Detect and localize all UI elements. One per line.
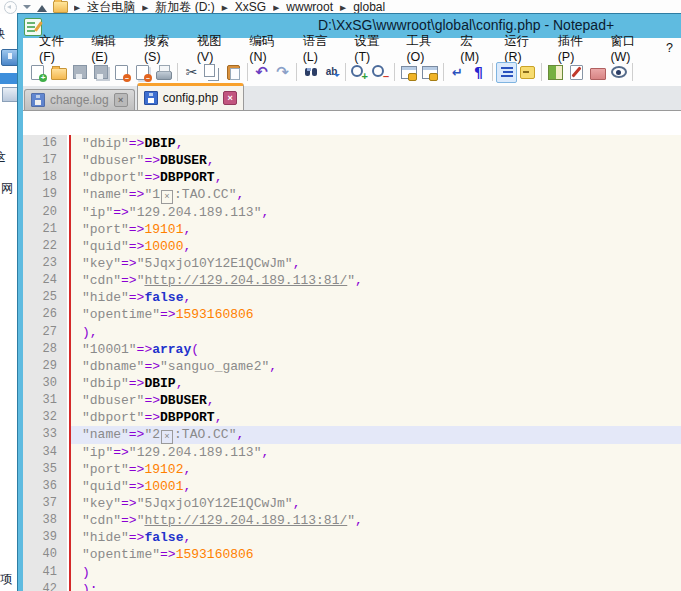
code-line[interactable]: 16"dbip"=>DBIP, bbox=[23, 135, 681, 152]
code-editor[interactable]: 16"dbip"=>DBIP,17"dbuser"=>DBUSER,18"dbp… bbox=[23, 135, 681, 591]
zoom-out-icon[interactable] bbox=[370, 62, 391, 83]
menu-bar: 文件(F)编辑(E)搜索(S)视图(V)编码(N)语言(L)设置(T)工具(O)… bbox=[23, 38, 681, 58]
sync-vertical-icon[interactable] bbox=[398, 62, 419, 83]
run-macro-icon[interactable] bbox=[566, 62, 587, 83]
menu-item[interactable]: 宏(M) bbox=[452, 31, 494, 66]
menu-item[interactable]: 编码(N) bbox=[241, 31, 292, 66]
this-pc-fragment[interactable]: 这 bbox=[0, 149, 9, 164]
sync-horizontal-icon[interactable] bbox=[419, 62, 440, 83]
code-token: "dbip" bbox=[82, 376, 129, 391]
new-file-icon[interactable] bbox=[27, 62, 48, 83]
menu-item[interactable]: 运行(R) bbox=[496, 31, 547, 66]
up-icon[interactable] bbox=[37, 0, 47, 12]
menu-item[interactable]: ? bbox=[658, 39, 681, 57]
redo-icon[interactable] bbox=[272, 62, 293, 83]
code-token: :TAO.CC" bbox=[174, 187, 236, 202]
code-line[interactable]: 32"dbport"=>DBPPORT, bbox=[23, 409, 681, 426]
code-line[interactable]: 33"name"=>"2×:TAO.CC", bbox=[23, 426, 681, 443]
toolbar-separator bbox=[296, 63, 297, 81]
code-line[interactable]: 18"dbport"=>DBPPORT, bbox=[23, 169, 681, 186]
back-icon[interactable] bbox=[4, 1, 17, 14]
function-hint-icon[interactable] bbox=[517, 62, 538, 83]
code-line[interactable]: 35"port"=>19102, bbox=[23, 461, 681, 478]
menu-item[interactable]: 文件(F) bbox=[31, 31, 81, 66]
code-line[interactable]: 20"ip"=>"129.204.189.113", bbox=[23, 204, 681, 221]
code-text: "ip"=>"129.204.189.113", bbox=[71, 444, 681, 461]
zoom-in-icon[interactable] bbox=[349, 62, 370, 83]
breadcrumb-item[interactable]: global bbox=[353, 0, 385, 14]
menu-item[interactable]: 设置(T) bbox=[346, 31, 396, 66]
toolbar-separator bbox=[443, 63, 444, 81]
code-line[interactable]: 28"10001"=>array( bbox=[23, 341, 681, 358]
close-icon[interactable] bbox=[111, 62, 132, 83]
code-line[interactable]: 41) bbox=[23, 564, 681, 581]
print-icon[interactable] bbox=[153, 62, 174, 83]
code-line[interactable]: 31"dbuser"=>DBUSER, bbox=[23, 392, 681, 409]
code-line[interactable]: 26"opentime"=>1593160806 bbox=[23, 306, 681, 323]
code-line[interactable]: 40"opentime"=>1593160806 bbox=[23, 546, 681, 563]
code-line[interactable]: 37"key"=>"5Jqxjo10Y12E1QCwJm", bbox=[23, 495, 681, 512]
code-line[interactable]: 22"quid"=>10000, bbox=[23, 238, 681, 255]
code-line[interactable]: 24"cdn"=>"http://129.204.189.113:81/", bbox=[23, 272, 681, 289]
network-fragment[interactable]: 网 bbox=[1, 180, 15, 195]
open-file-icon[interactable] bbox=[48, 62, 69, 83]
copy-icon[interactable] bbox=[202, 62, 223, 83]
document-map-icon[interactable] bbox=[545, 62, 566, 83]
code-text: "key"=>"5Jqxjo10Y12E1QCwJm", bbox=[71, 495, 681, 512]
code-token: "dbport" bbox=[82, 170, 144, 185]
code-line[interactable]: 21"port"=>19101, bbox=[23, 221, 681, 238]
code-line[interactable]: 34"ip"=>"129.204.189.113", bbox=[23, 444, 681, 461]
grid-icon[interactable] bbox=[2, 87, 19, 102]
close-icon[interactable]: × bbox=[114, 93, 128, 107]
chevron-down-icon[interactable] bbox=[23, 5, 31, 13]
close-all-icon[interactable] bbox=[132, 62, 153, 83]
cut-icon[interactable] bbox=[181, 62, 202, 83]
undo-icon[interactable] bbox=[251, 62, 272, 83]
breadcrumb-separator-icon: ▶ bbox=[340, 3, 346, 11]
code-token: "hide" bbox=[82, 530, 129, 545]
code-line[interactable]: 25"hide"=>false, bbox=[23, 289, 681, 306]
menu-item[interactable]: 编辑(E) bbox=[83, 31, 134, 66]
code-text: ) bbox=[71, 564, 681, 581]
menu-item[interactable]: 窗口(W) bbox=[602, 31, 656, 66]
code-line[interactable]: 27), bbox=[23, 324, 681, 341]
menu-item[interactable]: 语言(L) bbox=[295, 31, 345, 66]
code-line[interactable]: 38"cdn"=>"http://129.204.189.113:81/", bbox=[23, 512, 681, 529]
menu-item[interactable]: 搜索(S) bbox=[136, 31, 187, 66]
save-all-icon[interactable] bbox=[90, 62, 111, 83]
document-tab[interactable]: change.log× bbox=[24, 89, 135, 110]
explorer-sidebar-fragment[interactable]: 快 bbox=[0, 26, 9, 41]
indent-guide-icon[interactable] bbox=[496, 62, 517, 83]
project-panel-icon[interactable] bbox=[587, 62, 608, 83]
line-number: 24 bbox=[23, 272, 67, 289]
close-icon[interactable]: × bbox=[223, 91, 237, 105]
code-token: => bbox=[129, 222, 145, 237]
code-line[interactable]: 23"key"=>"5Jqxjo10Y12E1QCwJm", bbox=[23, 255, 681, 272]
menu-item[interactable]: 工具(O) bbox=[398, 31, 450, 66]
menu-item[interactable]: 插件(P) bbox=[550, 31, 601, 66]
paste-icon[interactable] bbox=[223, 62, 244, 83]
toolbar-group bbox=[181, 62, 244, 83]
replace-icon[interactable] bbox=[321, 62, 342, 83]
find-icon[interactable] bbox=[300, 62, 321, 83]
menu-item[interactable]: 视图(V) bbox=[189, 31, 240, 66]
breadcrumb-item[interactable]: wwwroot bbox=[286, 0, 333, 14]
breadcrumb-item[interactable]: XxSG bbox=[235, 0, 266, 14]
code-text: "port"=>19101, bbox=[71, 221, 681, 238]
code-line[interactable]: 42); bbox=[23, 581, 681, 591]
code-line[interactable]: 39"hide"=>false, bbox=[23, 529, 681, 546]
show-all-chars-icon[interactable] bbox=[468, 62, 489, 83]
code-token: "dbuser" bbox=[82, 153, 144, 168]
code-token: => bbox=[144, 359, 160, 374]
code-line[interactable]: 19"name"=>"1×:TAO.CC", bbox=[23, 186, 681, 203]
code-line[interactable]: 17"dbuser"=>DBUSER, bbox=[23, 152, 681, 169]
code-line[interactable]: 30"dbip"=>DBIP, bbox=[23, 375, 681, 392]
preview-icon[interactable] bbox=[608, 62, 629, 83]
code-token: => bbox=[160, 307, 176, 322]
save-icon[interactable] bbox=[69, 62, 90, 83]
code-line[interactable]: 29"dbname"=>"sanguo_game2", bbox=[23, 358, 681, 375]
word-wrap-icon[interactable] bbox=[447, 62, 468, 83]
code-line[interactable]: 36"quid"=>10001, bbox=[23, 478, 681, 495]
document-tab[interactable]: config.php× bbox=[137, 83, 244, 110]
toolbar-separator bbox=[492, 63, 493, 81]
